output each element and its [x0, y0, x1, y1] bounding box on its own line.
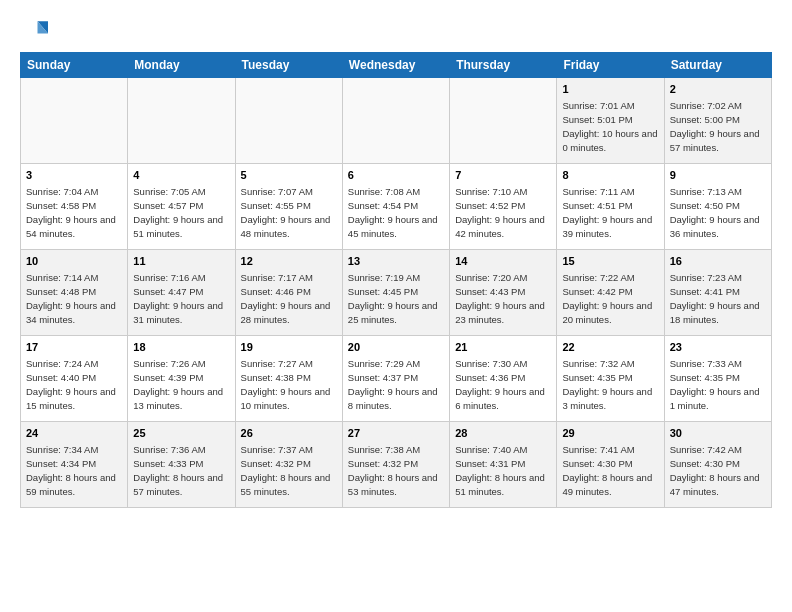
- day-number: 2: [670, 82, 766, 97]
- day-info: Sunrise: 7:17 AM Sunset: 4:46 PM Dayligh…: [241, 271, 337, 326]
- day-number: 10: [26, 254, 122, 269]
- day-info: Sunrise: 7:07 AM Sunset: 4:55 PM Dayligh…: [241, 185, 337, 240]
- day-number: 25: [133, 426, 229, 441]
- day-info: Sunrise: 7:04 AM Sunset: 4:58 PM Dayligh…: [26, 185, 122, 240]
- calendar-week-2: 10Sunrise: 7:14 AM Sunset: 4:48 PM Dayli…: [21, 250, 772, 336]
- logo-icon: [20, 16, 48, 44]
- day-number: 12: [241, 254, 337, 269]
- calendar-cell: 16Sunrise: 7:23 AM Sunset: 4:41 PM Dayli…: [664, 250, 771, 336]
- calendar-cell: 19Sunrise: 7:27 AM Sunset: 4:38 PM Dayli…: [235, 336, 342, 422]
- day-info: Sunrise: 7:34 AM Sunset: 4:34 PM Dayligh…: [26, 443, 122, 498]
- calendar-cell: 22Sunrise: 7:32 AM Sunset: 4:35 PM Dayli…: [557, 336, 664, 422]
- calendar-cell: 30Sunrise: 7:42 AM Sunset: 4:30 PM Dayli…: [664, 422, 771, 508]
- calendar-cell: 29Sunrise: 7:41 AM Sunset: 4:30 PM Dayli…: [557, 422, 664, 508]
- day-info: Sunrise: 7:10 AM Sunset: 4:52 PM Dayligh…: [455, 185, 551, 240]
- day-number: 14: [455, 254, 551, 269]
- weekday-header-monday: Monday: [128, 53, 235, 78]
- day-info: Sunrise: 7:24 AM Sunset: 4:40 PM Dayligh…: [26, 357, 122, 412]
- weekday-header-friday: Friday: [557, 53, 664, 78]
- day-number: 26: [241, 426, 337, 441]
- calendar-week-3: 17Sunrise: 7:24 AM Sunset: 4:40 PM Dayli…: [21, 336, 772, 422]
- calendar-cell: 15Sunrise: 7:22 AM Sunset: 4:42 PM Dayli…: [557, 250, 664, 336]
- day-number: 1: [562, 82, 658, 97]
- day-info: Sunrise: 7:33 AM Sunset: 4:35 PM Dayligh…: [670, 357, 766, 412]
- calendar-cell: [235, 78, 342, 164]
- day-number: 15: [562, 254, 658, 269]
- calendar-cell: 9Sunrise: 7:13 AM Sunset: 4:50 PM Daylig…: [664, 164, 771, 250]
- calendar-cell: 28Sunrise: 7:40 AM Sunset: 4:31 PM Dayli…: [450, 422, 557, 508]
- day-info: Sunrise: 7:29 AM Sunset: 4:37 PM Dayligh…: [348, 357, 444, 412]
- calendar-cell: 12Sunrise: 7:17 AM Sunset: 4:46 PM Dayli…: [235, 250, 342, 336]
- day-number: 5: [241, 168, 337, 183]
- calendar-cell: [128, 78, 235, 164]
- day-number: 29: [562, 426, 658, 441]
- day-info: Sunrise: 7:38 AM Sunset: 4:32 PM Dayligh…: [348, 443, 444, 498]
- day-number: 11: [133, 254, 229, 269]
- calendar-cell: 2Sunrise: 7:02 AM Sunset: 5:00 PM Daylig…: [664, 78, 771, 164]
- calendar-cell: 6Sunrise: 7:08 AM Sunset: 4:54 PM Daylig…: [342, 164, 449, 250]
- calendar-week-1: 3Sunrise: 7:04 AM Sunset: 4:58 PM Daylig…: [21, 164, 772, 250]
- day-number: 9: [670, 168, 766, 183]
- day-info: Sunrise: 7:22 AM Sunset: 4:42 PM Dayligh…: [562, 271, 658, 326]
- day-info: Sunrise: 7:41 AM Sunset: 4:30 PM Dayligh…: [562, 443, 658, 498]
- calendar-week-0: 1Sunrise: 7:01 AM Sunset: 5:01 PM Daylig…: [21, 78, 772, 164]
- day-info: Sunrise: 7:14 AM Sunset: 4:48 PM Dayligh…: [26, 271, 122, 326]
- weekday-header-thursday: Thursday: [450, 53, 557, 78]
- calendar-cell: 8Sunrise: 7:11 AM Sunset: 4:51 PM Daylig…: [557, 164, 664, 250]
- weekday-header-wednesday: Wednesday: [342, 53, 449, 78]
- logo: [20, 16, 52, 44]
- weekday-header-sunday: Sunday: [21, 53, 128, 78]
- calendar-cell: 21Sunrise: 7:30 AM Sunset: 4:36 PM Dayli…: [450, 336, 557, 422]
- calendar-cell: 25Sunrise: 7:36 AM Sunset: 4:33 PM Dayli…: [128, 422, 235, 508]
- day-number: 3: [26, 168, 122, 183]
- day-info: Sunrise: 7:13 AM Sunset: 4:50 PM Dayligh…: [670, 185, 766, 240]
- day-info: Sunrise: 7:11 AM Sunset: 4:51 PM Dayligh…: [562, 185, 658, 240]
- day-number: 21: [455, 340, 551, 355]
- calendar-cell: 18Sunrise: 7:26 AM Sunset: 4:39 PM Dayli…: [128, 336, 235, 422]
- calendar-cell: 20Sunrise: 7:29 AM Sunset: 4:37 PM Dayli…: [342, 336, 449, 422]
- day-number: 8: [562, 168, 658, 183]
- calendar-cell: 11Sunrise: 7:16 AM Sunset: 4:47 PM Dayli…: [128, 250, 235, 336]
- day-info: Sunrise: 7:36 AM Sunset: 4:33 PM Dayligh…: [133, 443, 229, 498]
- day-info: Sunrise: 7:05 AM Sunset: 4:57 PM Dayligh…: [133, 185, 229, 240]
- calendar-week-4: 24Sunrise: 7:34 AM Sunset: 4:34 PM Dayli…: [21, 422, 772, 508]
- day-info: Sunrise: 7:02 AM Sunset: 5:00 PM Dayligh…: [670, 99, 766, 154]
- day-info: Sunrise: 7:23 AM Sunset: 4:41 PM Dayligh…: [670, 271, 766, 326]
- calendar-cell: 23Sunrise: 7:33 AM Sunset: 4:35 PM Dayli…: [664, 336, 771, 422]
- calendar-cell: 27Sunrise: 7:38 AM Sunset: 4:32 PM Dayli…: [342, 422, 449, 508]
- calendar-cell: [450, 78, 557, 164]
- day-info: Sunrise: 7:32 AM Sunset: 4:35 PM Dayligh…: [562, 357, 658, 412]
- day-info: Sunrise: 7:20 AM Sunset: 4:43 PM Dayligh…: [455, 271, 551, 326]
- day-number: 4: [133, 168, 229, 183]
- day-info: Sunrise: 7:30 AM Sunset: 4:36 PM Dayligh…: [455, 357, 551, 412]
- header: [20, 16, 772, 44]
- day-number: 30: [670, 426, 766, 441]
- day-number: 16: [670, 254, 766, 269]
- calendar-cell: 1Sunrise: 7:01 AM Sunset: 5:01 PM Daylig…: [557, 78, 664, 164]
- day-info: Sunrise: 7:40 AM Sunset: 4:31 PM Dayligh…: [455, 443, 551, 498]
- calendar-cell: 10Sunrise: 7:14 AM Sunset: 4:48 PM Dayli…: [21, 250, 128, 336]
- day-info: Sunrise: 7:27 AM Sunset: 4:38 PM Dayligh…: [241, 357, 337, 412]
- day-number: 27: [348, 426, 444, 441]
- day-info: Sunrise: 7:37 AM Sunset: 4:32 PM Dayligh…: [241, 443, 337, 498]
- day-info: Sunrise: 7:08 AM Sunset: 4:54 PM Dayligh…: [348, 185, 444, 240]
- weekday-header-row: SundayMondayTuesdayWednesdayThursdayFrid…: [21, 53, 772, 78]
- day-info: Sunrise: 7:16 AM Sunset: 4:47 PM Dayligh…: [133, 271, 229, 326]
- day-number: 18: [133, 340, 229, 355]
- day-number: 6: [348, 168, 444, 183]
- calendar-header: SundayMondayTuesdayWednesdayThursdayFrid…: [21, 53, 772, 78]
- day-number: 19: [241, 340, 337, 355]
- calendar-cell: 14Sunrise: 7:20 AM Sunset: 4:43 PM Dayli…: [450, 250, 557, 336]
- day-number: 13: [348, 254, 444, 269]
- day-number: 20: [348, 340, 444, 355]
- day-number: 24: [26, 426, 122, 441]
- calendar-cell: 13Sunrise: 7:19 AM Sunset: 4:45 PM Dayli…: [342, 250, 449, 336]
- day-number: 23: [670, 340, 766, 355]
- calendar-cell: [21, 78, 128, 164]
- calendar-cell: 5Sunrise: 7:07 AM Sunset: 4:55 PM Daylig…: [235, 164, 342, 250]
- calendar-body: 1Sunrise: 7:01 AM Sunset: 5:01 PM Daylig…: [21, 78, 772, 508]
- calendar-cell: 4Sunrise: 7:05 AM Sunset: 4:57 PM Daylig…: [128, 164, 235, 250]
- day-number: 7: [455, 168, 551, 183]
- weekday-header-tuesday: Tuesday: [235, 53, 342, 78]
- calendar-cell: 26Sunrise: 7:37 AM Sunset: 4:32 PM Dayli…: [235, 422, 342, 508]
